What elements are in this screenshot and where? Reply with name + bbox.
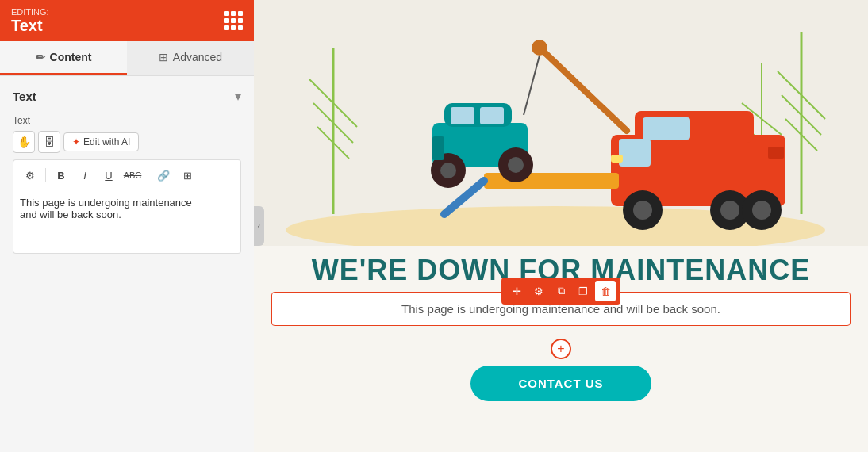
svg-point-34 (508, 157, 524, 173)
editing-header: EDITING: Text (0, 0, 254, 41)
link-icon: 🔗 (157, 170, 170, 182)
maintenance-section: WE'RE DOWN FOR MAINTENANCE ✛ ⚙ ⧉ ❐ (254, 246, 868, 401)
hand-icon: ✋ (17, 136, 31, 148)
layout-icon: ⊞ (159, 51, 168, 63)
edit-with-ai-button[interactable]: ✦ Edit with AI (63, 132, 139, 151)
database-icon: 🗄 (44, 136, 55, 148)
settings-icon: ⚙ (534, 285, 543, 297)
main-area: WE'RE DOWN FOR MAINTENANCE ✛ ⚙ ⧉ ❐ (254, 0, 868, 452)
style-button[interactable]: ⚙ (20, 165, 40, 186)
copy-button[interactable]: ⧉ (551, 281, 571, 301)
duplicate-button[interactable]: ❐ (573, 281, 593, 301)
add-button-wrapper: + (551, 339, 571, 359)
database-button[interactable]: 🗄 (38, 131, 60, 153)
format-toolbar: ⚙ B I U ABC 🔗 (13, 159, 241, 190)
left-panel: EDITING: Text ✏ Content ⊞ Advanced (0, 0, 254, 452)
svg-rect-29 (451, 107, 474, 124)
svg-point-22 (633, 201, 652, 220)
svg-line-18 (524, 56, 540, 115)
ai-toolbar: ✋ 🗄 ✦ Edit with AI (13, 131, 241, 153)
strikethrough-button[interactable]: ABC (122, 165, 143, 186)
contact-us-button[interactable]: CONTACT US (470, 366, 651, 401)
section-title: Text (13, 90, 36, 103)
divider (45, 168, 46, 182)
link-button[interactable]: 🔗 (153, 165, 174, 186)
text-block-wrapper: ✛ ⚙ ⧉ ❐ 🗑 This (271, 292, 851, 326)
svg-point-17 (532, 40, 547, 56)
svg-point-24 (720, 201, 739, 220)
editing-title: Text (11, 17, 43, 34)
table-button[interactable]: ⊞ (177, 165, 198, 186)
underline-button[interactable]: U (98, 165, 119, 186)
svg-rect-15 (619, 139, 651, 167)
svg-rect-36 (611, 155, 623, 163)
panel-content: Text ▾ Text ✋ 🗄 ✦ Edit with AI (0, 76, 254, 452)
tow-truck-illustration (254, 0, 868, 246)
style-icon: ⚙ (25, 170, 35, 182)
svg-point-26 (752, 201, 771, 220)
floating-toolbar: ✛ ⚙ ⧉ ❐ 🗑 (501, 278, 620, 305)
svg-rect-35 (432, 136, 444, 160)
add-element-button[interactable]: + (551, 339, 571, 359)
grid-dots-icon[interactable] (224, 11, 243, 30)
plus-icon: + (557, 342, 564, 356)
svg-line-16 (540, 48, 627, 131)
svg-rect-14 (643, 117, 690, 140)
pencil-icon: ✏ (36, 51, 45, 63)
collapse-icon: ‹ (258, 222, 260, 231)
field-label: Text (13, 115, 241, 126)
italic-button[interactable]: I (75, 165, 95, 186)
chevron-down-icon[interactable]: ▾ (235, 89, 241, 104)
svg-rect-30 (480, 107, 504, 124)
table-icon: ⊞ (183, 170, 192, 182)
canvas-area: WE'RE DOWN FOR MAINTENANCE ✛ ⚙ ⧉ ❐ (254, 0, 868, 452)
move-button[interactable]: ✛ (506, 281, 527, 301)
delete-button[interactable]: 🗑 (595, 281, 616, 301)
text-editor[interactable]: This page is undergoing maintenance and … (13, 190, 241, 254)
editing-label: EDITING: (11, 7, 49, 17)
panel-tabs: ✏ Content ⊞ Advanced (0, 41, 254, 76)
bold-button[interactable]: B (51, 165, 71, 186)
trash-icon: 🗑 (601, 285, 611, 297)
section-header: Text ▾ (13, 89, 241, 104)
hand-tool-button[interactable]: ✋ (13, 131, 35, 153)
copy-icon: ⧉ (558, 285, 565, 297)
move-icon: ✛ (513, 285, 521, 297)
sparkle-icon: ✦ (72, 136, 80, 147)
tab-advanced[interactable]: ⊞ Advanced (127, 41, 254, 75)
svg-point-32 (440, 163, 456, 178)
divider2 (148, 168, 148, 182)
svg-rect-37 (768, 147, 784, 159)
settings-button[interactable]: ⚙ (528, 281, 549, 301)
tab-content[interactable]: ✏ Content (0, 41, 127, 75)
panel-collapse-handle[interactable]: ‹ (254, 206, 264, 246)
duplicate-icon: ❐ (578, 285, 588, 297)
